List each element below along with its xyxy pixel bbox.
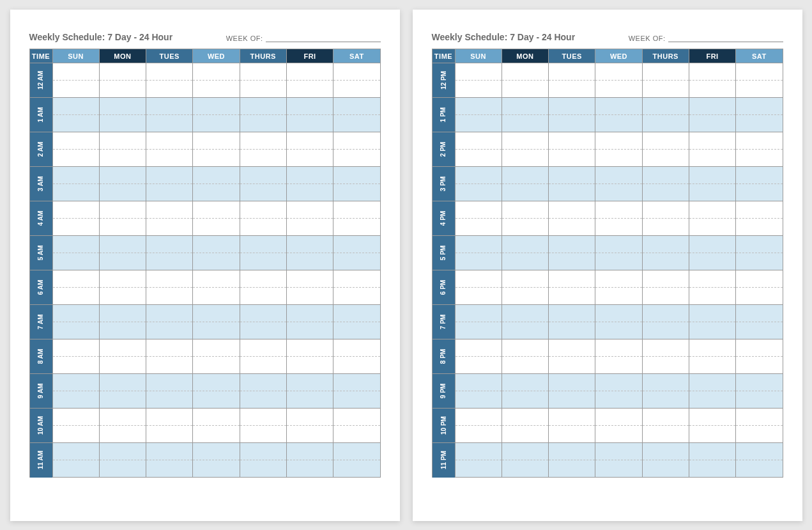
schedule-cell[interactable] — [193, 236, 240, 253]
schedule-cell[interactable] — [549, 63, 595, 81]
schedule-cell[interactable] — [146, 409, 193, 426]
schedule-cell[interactable] — [455, 236, 502, 253]
schedule-cell[interactable] — [689, 357, 735, 374]
schedule-cell[interactable] — [455, 63, 502, 81]
schedule-cell[interactable] — [455, 409, 502, 426]
schedule-cell[interactable] — [736, 253, 783, 270]
schedule-cell[interactable] — [240, 132, 286, 150]
schedule-cell[interactable] — [642, 443, 689, 460]
schedule-cell[interactable] — [240, 219, 286, 236]
schedule-cell[interactable] — [52, 201, 99, 219]
schedule-cell[interactable] — [549, 391, 595, 409]
schedule-cell[interactable] — [333, 184, 380, 201]
schedule-cell[interactable] — [736, 132, 783, 150]
schedule-cell[interactable] — [52, 426, 99, 443]
schedule-cell[interactable] — [99, 236, 146, 253]
schedule-cell[interactable] — [502, 98, 548, 115]
schedule-cell[interactable] — [240, 391, 286, 409]
schedule-cell[interactable] — [240, 409, 286, 426]
schedule-cell[interactable] — [99, 305, 146, 322]
schedule-cell[interactable] — [193, 270, 240, 288]
schedule-cell[interactable] — [595, 305, 642, 322]
schedule-cell[interactable] — [455, 150, 502, 167]
schedule-cell[interactable] — [193, 184, 240, 201]
schedule-cell[interactable] — [595, 357, 642, 374]
schedule-cell[interactable] — [286, 305, 333, 322]
schedule-cell[interactable] — [502, 391, 548, 409]
schedule-cell[interactable] — [333, 253, 380, 270]
schedule-cell[interactable] — [146, 391, 193, 409]
schedule-cell[interactable] — [595, 236, 642, 253]
schedule-cell[interactable] — [689, 167, 735, 184]
schedule-cell[interactable] — [642, 460, 689, 478]
schedule-cell[interactable] — [689, 305, 735, 322]
schedule-cell[interactable] — [99, 219, 146, 236]
schedule-cell[interactable] — [99, 115, 146, 132]
schedule-cell[interactable] — [736, 460, 783, 478]
schedule-cell[interactable] — [286, 219, 333, 236]
schedule-cell[interactable] — [736, 167, 783, 184]
schedule-cell[interactable] — [286, 391, 333, 409]
schedule-cell[interactable] — [689, 253, 735, 270]
schedule-cell[interactable] — [595, 374, 642, 391]
schedule-cell[interactable] — [240, 270, 286, 288]
schedule-cell[interactable] — [736, 305, 783, 322]
schedule-cell[interactable] — [146, 184, 193, 201]
schedule-cell[interactable] — [146, 305, 193, 322]
schedule-cell[interactable] — [455, 305, 502, 322]
schedule-cell[interactable] — [52, 132, 99, 150]
schedule-cell[interactable] — [99, 443, 146, 460]
schedule-cell[interactable] — [52, 253, 99, 270]
schedule-cell[interactable] — [240, 63, 286, 81]
schedule-cell[interactable] — [502, 201, 548, 219]
schedule-cell[interactable] — [99, 339, 146, 357]
schedule-cell[interactable] — [642, 253, 689, 270]
schedule-cell[interactable] — [502, 253, 548, 270]
schedule-cell[interactable] — [549, 115, 595, 132]
schedule-cell[interactable] — [193, 409, 240, 426]
schedule-cell[interactable] — [333, 219, 380, 236]
schedule-cell[interactable] — [99, 460, 146, 478]
schedule-cell[interactable] — [502, 132, 548, 150]
schedule-cell[interactable] — [689, 460, 735, 478]
schedule-cell[interactable] — [455, 253, 502, 270]
schedule-cell[interactable] — [642, 391, 689, 409]
schedule-cell[interactable] — [193, 305, 240, 322]
schedule-cell[interactable] — [642, 409, 689, 426]
schedule-cell[interactable] — [502, 374, 548, 391]
schedule-cell[interactable] — [333, 409, 380, 426]
schedule-cell[interactable] — [642, 63, 689, 81]
schedule-cell[interactable] — [549, 409, 595, 426]
schedule-cell[interactable] — [595, 322, 642, 339]
schedule-cell[interactable] — [286, 322, 333, 339]
schedule-cell[interactable] — [333, 201, 380, 219]
schedule-cell[interactable] — [736, 201, 783, 219]
schedule-cell[interactable] — [642, 339, 689, 357]
schedule-cell[interactable] — [286, 443, 333, 460]
schedule-cell[interactable] — [642, 219, 689, 236]
schedule-cell[interactable] — [240, 81, 286, 98]
schedule-cell[interactable] — [689, 443, 735, 460]
schedule-cell[interactable] — [333, 460, 380, 478]
schedule-cell[interactable] — [146, 322, 193, 339]
schedule-cell[interactable] — [99, 184, 146, 201]
schedule-cell[interactable] — [146, 201, 193, 219]
schedule-cell[interactable] — [99, 270, 146, 288]
schedule-cell[interactable] — [52, 322, 99, 339]
schedule-cell[interactable] — [549, 253, 595, 270]
schedule-cell[interactable] — [455, 357, 502, 374]
schedule-cell[interactable] — [595, 219, 642, 236]
schedule-cell[interactable] — [240, 184, 286, 201]
schedule-cell[interactable] — [595, 132, 642, 150]
schedule-cell[interactable] — [736, 236, 783, 253]
schedule-cell[interactable] — [333, 374, 380, 391]
schedule-cell[interactable] — [689, 81, 735, 98]
schedule-cell[interactable] — [455, 288, 502, 305]
schedule-cell[interactable] — [549, 184, 595, 201]
schedule-cell[interactable] — [549, 236, 595, 253]
schedule-cell[interactable] — [52, 81, 99, 98]
schedule-cell[interactable] — [642, 81, 689, 98]
schedule-cell[interactable] — [689, 339, 735, 357]
schedule-cell[interactable] — [193, 374, 240, 391]
schedule-cell[interactable] — [502, 288, 548, 305]
